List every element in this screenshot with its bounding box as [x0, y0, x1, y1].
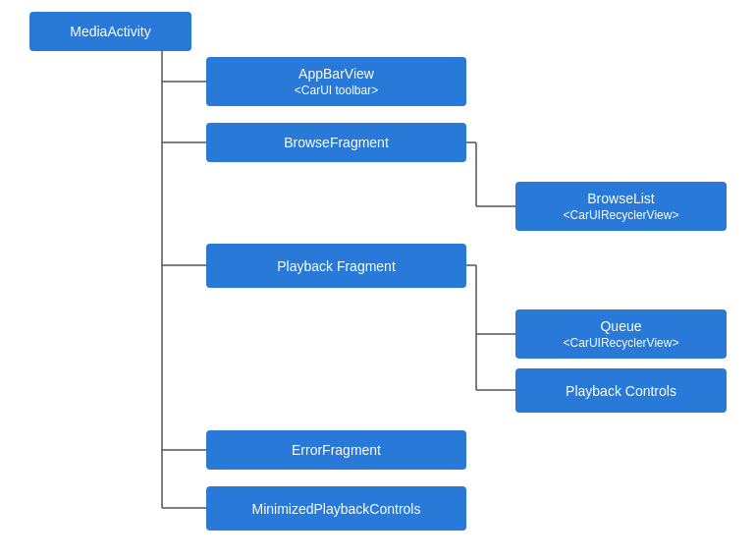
node-error-fragment: ErrorFragment [206, 430, 466, 470]
node-queue: Queue <CarUIRecyclerView> [515, 309, 727, 359]
node-app-bar-view-subtitle: <CarUI toolbar> [295, 84, 378, 97]
node-browse-fragment: BrowseFragment [206, 123, 466, 162]
node-browse-list-label: BrowseList [587, 191, 654, 206]
node-playback-controls-label: Playback Controls [566, 383, 676, 399]
node-error-fragment-label: ErrorFragment [292, 442, 381, 458]
node-playback-fragment: Playback Fragment [206, 244, 466, 288]
node-queue-subtitle: <CarUIRecyclerView> [564, 336, 679, 350]
node-browse-list-subtitle: <CarUIRecyclerView> [564, 208, 679, 222]
node-playback-fragment-label: Playback Fragment [277, 258, 396, 274]
node-app-bar-view: AppBarView <CarUI toolbar> [206, 57, 466, 106]
node-browse-fragment-label: BrowseFragment [284, 135, 389, 150]
node-app-bar-view-label: AppBarView [298, 66, 374, 82]
node-media-activity-label: MediaActivity [70, 24, 150, 39]
node-playback-controls: Playback Controls [515, 368, 727, 413]
node-media-activity: MediaActivity [29, 12, 191, 51]
node-minimized-playback-controls-label: MinimizedPlaybackControls [252, 501, 421, 517]
node-minimized-playback-controls: MinimizedPlaybackControls [206, 486, 466, 531]
node-browse-list: BrowseList <CarUIRecyclerView> [515, 182, 727, 231]
diagram-container: MediaActivity AppBarView <CarUI toolbar>… [0, 0, 756, 560]
node-queue-label: Queue [600, 318, 641, 334]
